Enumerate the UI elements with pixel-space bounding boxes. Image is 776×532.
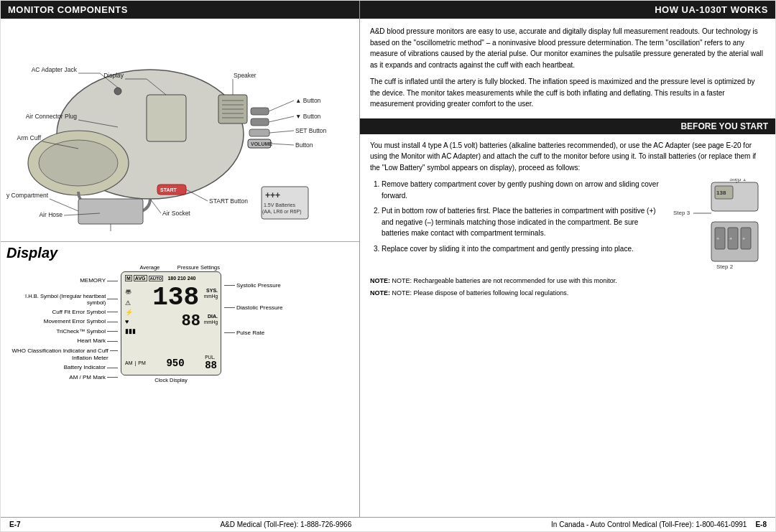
left-panel: MONITOR COMPONENTS bbox=[1, 1, 360, 517]
svg-point-17 bbox=[114, 88, 121, 95]
footer-page-right: E-8 bbox=[755, 521, 767, 528]
note-2: NOTE: NOTE: Please dispose of batteries … bbox=[370, 289, 765, 298]
how-it-works-content: A&D blood pressure monitors are easy to … bbox=[360, 19, 775, 114]
step-2: Put in bottom row of batteries first. Pl… bbox=[382, 205, 665, 239]
svg-line-33 bbox=[269, 116, 294, 122]
heart-mark-label: Heart Mark bbox=[77, 337, 106, 345]
svg-rect-11 bbox=[251, 118, 269, 126]
svg-text:Air Connector Plug: Air Connector Plug bbox=[26, 113, 78, 120]
monitor-diagram-svg: VOLUME START AC Adapter Jack bbox=[6, 23, 351, 231]
svg-text:Step 3: Step 3 bbox=[673, 210, 690, 216]
before-you-start-header: BEFORE YOU START bbox=[360, 118, 775, 134]
svg-rect-18 bbox=[78, 199, 143, 224]
svg-rect-10 bbox=[251, 108, 269, 115]
svg-line-45 bbox=[50, 199, 78, 211]
svg-rect-12 bbox=[249, 129, 269, 136]
display-section: Display MEMORY I.H.B. Symbol (Irregular … bbox=[1, 241, 359, 517]
notes-section: NOTE: NOTE: Rechargeable batteries are n… bbox=[370, 276, 765, 297]
footer-center: A&D Medical (Toll-Free): 1-888-726-9966 bbox=[220, 521, 351, 528]
svg-text:START: START bbox=[160, 187, 177, 192]
how-it-works-para1: A&D blood pressure monitors are easy to … bbox=[370, 26, 765, 70]
svg-text:Air Hose: Air Hose bbox=[39, 211, 63, 218]
svg-text:SET Button: SET Button bbox=[295, 127, 327, 134]
svg-text:▼ Button: ▼ Button bbox=[295, 113, 321, 120]
display-screen: Average Pressure Settings M AVG AUTO 180… bbox=[121, 264, 221, 383]
display-right-labels: Systolic Pressure Diastolic Pressure Pul… bbox=[224, 264, 282, 336]
svg-text:Arm Cuff: Arm Cuff bbox=[17, 134, 42, 141]
display-left-labels: MEMORY I.H.B. Symbol (Irregular heartbea… bbox=[6, 264, 118, 381]
before-you-start-content: You must install 4 type A (1.5 volt) bat… bbox=[360, 134, 775, 518]
footer-right-text: In Canada - Auto Control Medical (Toll-F… bbox=[551, 521, 747, 528]
svg-text:1.5V Batteries: 1.5V Batteries bbox=[264, 202, 295, 207]
svg-point-3 bbox=[39, 140, 118, 186]
svg-line-39 bbox=[186, 190, 208, 201]
svg-text:Display: Display bbox=[103, 72, 124, 79]
svg-rect-1 bbox=[147, 95, 186, 141]
svg-text:Speaker: Speaker bbox=[234, 72, 257, 79]
battery-steps-text: Remove battery compartment cover by gent… bbox=[370, 179, 665, 254]
svg-text:+: + bbox=[716, 236, 719, 241]
svg-text:Button: Button bbox=[295, 141, 313, 149]
svg-text:Air Socket: Air Socket bbox=[162, 210, 190, 217]
left-section-header: MONITOR COMPONENTS bbox=[1, 1, 359, 19]
svg-line-37 bbox=[271, 144, 294, 145]
svg-text:(AA, LR6 or R6P): (AA, LR6 or R6P) bbox=[262, 209, 301, 215]
svg-text:▲ Button: ▲ Button bbox=[295, 97, 321, 104]
step-1: Remove battery compartment cover by gent… bbox=[382, 179, 665, 201]
right-panel: HOW UA-1030T WORKS A&D blood pressure mo… bbox=[360, 1, 775, 517]
svg-text:START Button: START Button bbox=[209, 197, 248, 205]
svg-text:+: + bbox=[729, 236, 732, 241]
page-footer: E-7 A&D Medical (Toll-Free): 1-888-726-9… bbox=[1, 517, 775, 531]
svg-text:Battery Compartment: Battery Compartment bbox=[6, 192, 49, 199]
svg-line-35 bbox=[269, 131, 294, 133]
display-title: Display bbox=[6, 245, 354, 261]
monitor-diagram-area: VOLUME START AC Adapter Jack bbox=[1, 19, 359, 241]
right-section-header: HOW UA-1030T WORKS bbox=[360, 1, 775, 19]
svg-text:VOLUME: VOLUME bbox=[251, 141, 272, 146]
svg-text:138: 138 bbox=[716, 190, 726, 196]
svg-text:+: + bbox=[742, 236, 745, 241]
how-it-works-para2: The cuff is inflated until the artery is… bbox=[370, 76, 765, 110]
svg-text:AC Adapter Jack: AC Adapter Jack bbox=[32, 66, 78, 73]
svg-line-31 bbox=[269, 101, 294, 111]
svg-text:+++: +++ bbox=[265, 190, 280, 200]
before-you-start-intro: You must install 4 type A (1.5 volt) bat… bbox=[370, 140, 765, 174]
battery-step-diagram: 138 Step 1 Step 3 bbox=[672, 179, 765, 272]
svg-text:Step 2: Step 2 bbox=[716, 263, 734, 270]
step-3: Replace cover by sliding it into the com… bbox=[382, 243, 665, 255]
footer-page-left: E-7 bbox=[9, 521, 21, 528]
svg-line-43 bbox=[150, 199, 161, 213]
note-1: NOTE: NOTE: Rechargeable batteries are n… bbox=[370, 276, 765, 286]
svg-text:Step 1: Step 1 bbox=[729, 179, 747, 182]
